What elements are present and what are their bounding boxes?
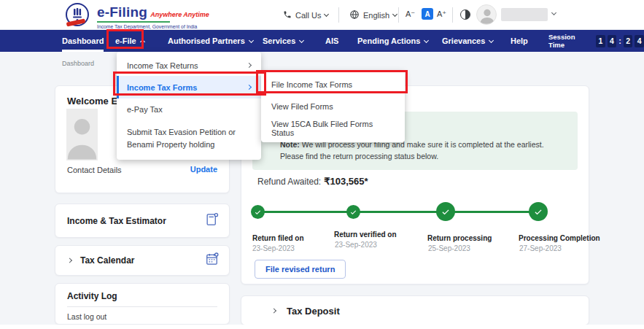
file-revised-return-button[interactable]: File revised return xyxy=(255,260,346,279)
menu-item-label: Income Tax Forms xyxy=(127,83,197,92)
submenu-item-view-15ca-bulk-status[interactable]: View 15CA Bulk Filed Forms Status xyxy=(261,117,405,139)
step-date: 23-Sep-2023 xyxy=(252,244,295,252)
contrast-toggle-icon[interactable] xyxy=(460,9,470,20)
menu-item-label: Income Tax Returns xyxy=(127,61,198,70)
brand-underline xyxy=(97,21,170,23)
chevron-down-icon xyxy=(424,37,429,42)
font-increase-button[interactable]: A⁺ xyxy=(437,9,446,19)
chevron-right-icon xyxy=(247,63,252,68)
estimator-title: Income & Tax Estimator xyxy=(67,216,166,226)
submenu-item-file-income-tax-forms[interactable]: File Income Tax Forms xyxy=(261,74,405,96)
submenu-item-label: View 15CA Bulk Filed Forms Status xyxy=(271,120,395,137)
main-navbar: Dashboard e-File Authorised Partners Ser… xyxy=(0,30,644,52)
phone-icon xyxy=(283,10,292,20)
user-name-redacted xyxy=(501,8,548,21)
nav-efile[interactable]: e-File xyxy=(115,30,144,52)
contact-details-label: Contact Details xyxy=(67,166,122,174)
tax-calendar-card[interactable]: Tax Calendar xyxy=(55,245,230,276)
page-bottom-strip xyxy=(0,325,644,329)
language-menu[interactable]: English xyxy=(349,0,397,30)
nav-help-label: Help xyxy=(511,36,528,45)
govt-emblem-icon xyxy=(64,2,90,31)
session-timer: Session Time 1 4 : 2 4 xyxy=(548,30,644,52)
step-title: Return processing xyxy=(427,234,492,242)
nav-authorised-partners-label: Authorised Partners xyxy=(168,36,245,45)
efile-dropdown-menu: Income Tax Returns Income Tax Forms e-Pa… xyxy=(117,52,261,160)
globe-icon xyxy=(349,9,360,21)
step-check-icon xyxy=(251,205,265,219)
calendar-icon xyxy=(205,252,219,269)
active-tab-underline xyxy=(62,50,104,52)
chevron-down-icon xyxy=(489,37,494,42)
update-link[interactable]: Update xyxy=(190,165,217,174)
nav-services[interactable]: Services xyxy=(263,30,303,52)
menu-item-income-tax-returns[interactable]: Income Tax Returns xyxy=(117,55,261,76)
site-logo[interactable]: e-Filing Anywhere Anytime Income Tax Dep… xyxy=(64,2,209,31)
income-tax-forms-submenu: File Income Tax Forms View Filed Forms V… xyxy=(261,71,405,142)
font-decrease-button[interactable]: A⁻ xyxy=(406,9,415,19)
call-us-menu[interactable]: Call Us xyxy=(283,0,328,30)
chevron-down-icon xyxy=(324,12,329,17)
divider xyxy=(67,306,217,307)
step-title: Return verified on xyxy=(334,231,397,239)
chevron-right-icon xyxy=(247,85,252,90)
user-menu-chevron-icon[interactable] xyxy=(551,10,556,15)
chevron-down-icon xyxy=(299,37,304,42)
menu-item-label: Submit Tax Evasion Petition or Benami Pr… xyxy=(127,126,251,150)
call-us-label: Call Us xyxy=(295,11,321,20)
session-digit: 4 xyxy=(608,35,617,47)
profile-photo-placeholder xyxy=(66,109,98,160)
font-normal-button[interactable]: A xyxy=(422,8,433,20)
step-date: 27-Sep-2023 xyxy=(519,244,562,252)
breadcrumb[interactable]: Dashboard xyxy=(62,60,94,67)
tax-deposit-card[interactable]: Tax Deposit xyxy=(241,295,589,325)
refund-awaited: Refund Awaited:₹103,565* xyxy=(257,176,368,187)
nav-efile-label: e-File xyxy=(115,36,136,45)
session-time-label: Session Time xyxy=(548,33,591,49)
tax-calendar-title: Tax Calendar xyxy=(80,255,134,266)
nav-ais[interactable]: AIS xyxy=(325,30,338,52)
chevron-down-icon xyxy=(249,37,254,42)
header-divider xyxy=(338,7,339,23)
menu-item-label: e-Pay Tax xyxy=(127,105,163,114)
submenu-item-view-filed-forms[interactable]: View Filed Forms xyxy=(261,96,405,117)
brand-title: e-Filing xyxy=(97,4,147,20)
nav-pending-actions[interactable]: Pending Actions xyxy=(357,30,428,52)
step-date: 25-Sep-2023 xyxy=(428,244,470,252)
top-header: e-Filing Anywhere Anytime Income Tax Dep… xyxy=(0,0,644,30)
nav-grievances-label: Grievances xyxy=(442,36,485,45)
income-tax-estimator-card[interactable]: Income & Tax Estimator xyxy=(55,204,230,238)
session-digit: 4 xyxy=(635,35,644,47)
user-avatar[interactable] xyxy=(476,4,497,25)
nav-services-label: Services xyxy=(263,36,295,45)
welcome-title: Welcome E xyxy=(67,96,117,107)
language-label: English xyxy=(363,11,389,20)
menu-item-epay-tax[interactable]: e-Pay Tax xyxy=(117,98,261,120)
step-title: Return filed on xyxy=(252,234,304,242)
menu-item-tax-evasion-petition[interactable]: Submit Tax Evasion Petition or Benami Pr… xyxy=(117,120,261,157)
session-separator: : xyxy=(618,36,621,45)
activity-log-title: Activity Log xyxy=(67,291,117,301)
last-logout-label: Last log out xyxy=(67,312,106,321)
session-digit: 1 xyxy=(596,35,605,47)
tax-deposit-title: Tax Deposit xyxy=(287,305,340,316)
brand-subtitle: Income Tax Department, Government of Ind… xyxy=(97,24,209,29)
nav-help[interactable]: Help xyxy=(511,30,528,52)
chevron-down-icon xyxy=(392,12,397,17)
progress-line xyxy=(257,211,538,213)
note-text: We will process your filing and make sur… xyxy=(280,140,544,160)
menu-item-income-tax-forms[interactable]: Income Tax Forms xyxy=(117,76,261,98)
nav-authorised-partners[interactable]: Authorised Partners xyxy=(168,30,253,52)
submenu-item-label: View Filed Forms xyxy=(271,102,333,111)
nav-grievances[interactable]: Grievances xyxy=(442,30,493,52)
refund-label: Refund Awaited: xyxy=(257,177,321,187)
step-check-icon xyxy=(436,202,455,221)
chevron-right-icon xyxy=(271,308,276,313)
refund-amount: ₹103,565* xyxy=(324,176,368,187)
header-divider xyxy=(452,7,453,23)
submenu-item-label: File Income Tax Forms xyxy=(271,80,352,89)
chevron-right-icon xyxy=(67,258,72,263)
calculator-icon xyxy=(205,212,219,229)
nav-dashboard[interactable]: Dashboard xyxy=(62,30,104,52)
nav-dashboard-label: Dashboard xyxy=(62,36,104,45)
